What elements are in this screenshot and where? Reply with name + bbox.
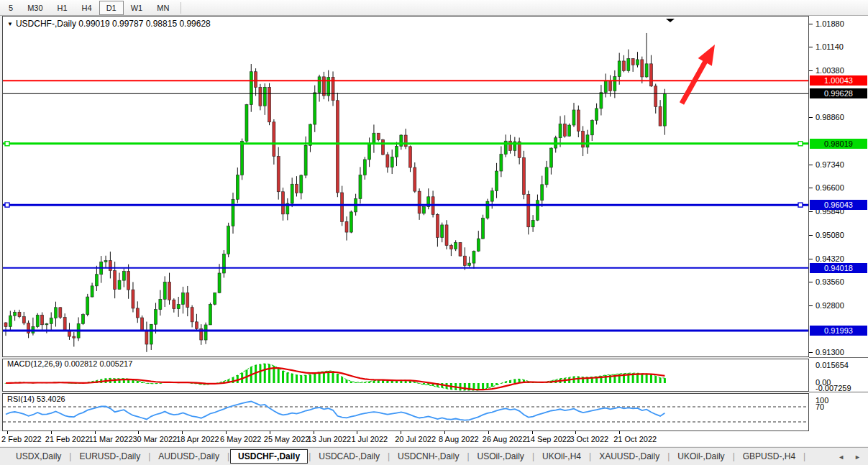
chart-tab-bar: USDX,Daily|EURUSD-,Daily|AUDUSD-,Daily|U…	[0, 447, 868, 465]
date-tick-mark	[401, 431, 401, 434]
macd-label: MACD(12,26,9) 0.002812 0.005217	[7, 359, 132, 368]
candlestick-chart-canvas[interactable]	[3, 17, 808, 356]
price-tick-label: 0.96600	[816, 183, 844, 192]
date-label: 6 May 2022	[220, 435, 261, 443]
date-tick-mark	[357, 431, 357, 434]
price-tick-label: 0.98860	[816, 113, 844, 121]
date-label: 13 Jun 2022	[308, 435, 352, 443]
timeframe-button-h1[interactable]: H1	[50, 1, 75, 15]
date-tick-mark	[270, 431, 270, 434]
date-tick-mark	[226, 431, 227, 434]
tab-ukoil-daily[interactable]: UKOil-,Daily	[670, 449, 731, 464]
macd-axis-label: -0.007259	[816, 384, 851, 392]
price-level-badge: 0.98019	[810, 139, 867, 149]
tab-usoil-daily[interactable]: USOil-,Daily	[470, 449, 531, 464]
price-tick-label: 0.94320	[816, 254, 844, 263]
date-tick-mark	[7, 431, 8, 434]
price-tick-label: 0.92800	[816, 301, 844, 310]
date-tick-mark	[575, 431, 576, 434]
date-label: 1 Jul 2022	[351, 435, 388, 443]
rsi-panel[interactable]	[2, 393, 809, 431]
tab-audusd-daily[interactable]: AUDUSD-,Daily	[151, 449, 227, 464]
timeframe-button-5[interactable]: 5	[1, 1, 20, 15]
price-tick-mark	[809, 47, 813, 47]
axis-panel-separator	[809, 357, 868, 358]
tab-separator: |	[803, 451, 806, 461]
price-tick-mark	[809, 235, 813, 236]
date-tick-mark	[138, 431, 139, 434]
macd-axis-label: 0.015654	[816, 361, 849, 369]
price-tick-label: 1.01140	[816, 42, 844, 51]
price-tick-label: 0.97340	[816, 160, 844, 169]
tab-scroll-arrows: ◄►	[838, 448, 861, 465]
tab-xauusd-daily[interactable]: XAUUSD-,Daily	[592, 449, 667, 464]
tab-usdcad-daily[interactable]: USDCAD-,Daily	[311, 449, 387, 464]
date-label: 20 Jul 2022	[395, 435, 436, 443]
date-tick-mark	[182, 431, 183, 434]
date-tick-mark	[444, 431, 445, 434]
date-label: 25 May 2022	[264, 435, 310, 443]
price-tick-mark	[809, 24, 813, 24]
chart-title: ▼USDCHF-,Daily 0.99019 0.99787 0.98815 0…	[7, 19, 211, 29]
price-level-badge: 0.99628	[810, 88, 867, 98]
price-tick-label: 0.93560	[816, 277, 844, 286]
chart-shift-marker-icon	[666, 19, 675, 22]
date-tick-mark	[51, 431, 52, 434]
timeframe-button-mn[interactable]: MN	[150, 1, 176, 15]
price-tick-label: 1.00380	[816, 66, 844, 75]
price-tick-mark	[809, 165, 813, 165]
date-label: 2 Feb 2022	[1, 435, 42, 443]
horizontal-level-lines	[3, 80, 808, 331]
price-tick-mark	[809, 117, 813, 118]
date-label: 21 Oct 2022	[613, 435, 657, 443]
trend-arrow-annotation[interactable]	[680, 45, 715, 105]
price-tick-mark	[809, 188, 813, 188]
timeframe-button-m30[interactable]: M30	[20, 1, 50, 15]
date-tick-mark	[619, 431, 620, 434]
symbol-dropdown-icon: ▼	[7, 21, 13, 27]
date-label: 26 Aug 2022	[483, 435, 527, 443]
price-tick-mark	[809, 352, 813, 353]
price-tick-mark	[809, 70, 813, 71]
tab-scroll-right-icon[interactable]: ►	[854, 454, 861, 461]
date-tick-mark	[95, 431, 96, 434]
rsi-label: RSI(14) 53.4026	[7, 395, 65, 403]
tab-ukoil-h4[interactable]: UKOil-,H4	[535, 449, 588, 464]
price-tick-mark	[809, 305, 813, 306]
date-label: 8 Aug 2022	[439, 435, 479, 443]
price-tick-label: 1.01880	[816, 19, 844, 28]
toolbar-separator	[181, 2, 181, 14]
timeframe-toolbar[interactable]: 5M30H1H4D1W1MN	[0, 0, 868, 16]
rsi-canvas	[3, 394, 808, 431]
timeframe-button-h4[interactable]: H4	[75, 1, 99, 15]
price-level-badge: 0.96043	[810, 200, 867, 210]
tab-gbpusd-h4[interactable]: GBPUSD-,H4	[736, 449, 803, 464]
date-label: 18 Apr 2022	[176, 435, 219, 443]
tab-usdcnh-daily[interactable]: USDCNH-,Daily	[390, 449, 466, 464]
price-level-badge: 1.00043	[810, 75, 867, 86]
price-axis[interactable]: 1.018801.011401.003800.988600.973400.966…	[809, 16, 868, 431]
date-label: 30 Mar 2022	[132, 435, 177, 443]
chart-ohlc-values: 0.99019 0.99787 0.98815 0.99628	[78, 19, 211, 29]
date-label: 14 Sep 2022	[526, 435, 571, 443]
tab-usdchf-daily[interactable]: USDCHF-,Daily	[230, 449, 308, 464]
date-tick-mark	[314, 431, 314, 434]
rsi-axis-label: 70	[816, 402, 824, 411]
timeframe-button-d1[interactable]: D1	[99, 1, 124, 15]
rsi-line	[6, 402, 664, 420]
price-tick-label: 0.91300	[816, 348, 844, 356]
timeframe-button-w1[interactable]: W1	[124, 1, 150, 15]
price-tick-mark	[809, 282, 813, 282]
date-axis[interactable]: 2 Feb 202221 Feb 202211 Mar 202230 Mar 2…	[0, 431, 868, 446]
chart-symbol-label: USDCHF-,Daily	[16, 19, 76, 29]
date-label: 3 Oct 2022	[570, 435, 608, 443]
tab-scroll-left-icon[interactable]: ◄	[838, 454, 844, 461]
tab-eurusd-daily[interactable]: EURUSD-,Daily	[72, 449, 147, 464]
date-tick-mark	[532, 431, 533, 434]
price-tick-label: 0.95080	[816, 231, 844, 239]
main-chart-panel[interactable]	[2, 16, 809, 357]
date-label: 11 Mar 2022	[89, 435, 133, 443]
tab-usdx-daily[interactable]: USDX,Daily	[9, 449, 68, 464]
price-tick-mark	[809, 259, 813, 259]
price-tick-mark	[809, 211, 813, 212]
